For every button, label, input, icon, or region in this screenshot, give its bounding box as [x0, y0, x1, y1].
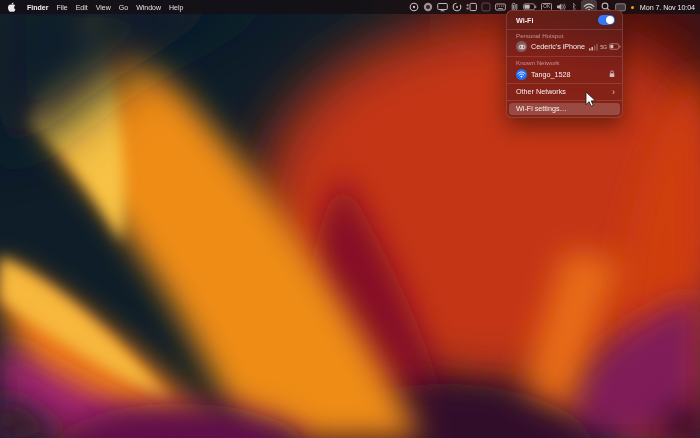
keyboard-icon[interactable]	[495, 0, 506, 14]
personal-hotspot-header: Personal Hotspot	[507, 32, 622, 41]
known-network-header: Known Network	[507, 59, 622, 68]
display-icon[interactable]	[437, 0, 448, 14]
wifi-network-icon	[516, 69, 527, 80]
stage-manager-icon[interactable]	[466, 0, 477, 14]
mic-indicator-dot	[631, 6, 634, 9]
menu-bar-clock[interactable]: Mon 7. Nov 10:04	[638, 3, 695, 12]
wifi-toggle-row: Wi-Fi	[507, 14, 622, 26]
separator	[507, 29, 622, 30]
known-network-name: Tango_1528	[531, 70, 571, 79]
menu-bar-menus: FileEditViewGoWindowHelp	[52, 4, 187, 11]
network-type-label: 5G	[600, 44, 607, 50]
menu-app-name[interactable]: Finder	[23, 4, 52, 11]
hotspot-status-icons: 5G	[589, 43, 621, 51]
dim-square-icon[interactable]	[481, 0, 491, 14]
menu-bar-item[interactable]: File	[52, 4, 71, 11]
separator	[507, 56, 622, 57]
menu-bar-item[interactable]: Go	[115, 4, 132, 11]
wifi-settings-row[interactable]: Wi-Fi settings…	[509, 103, 620, 115]
chevron-right-icon: ›	[612, 88, 615, 96]
wifi-settings-label: Wi-Fi settings…	[516, 104, 567, 113]
toggle-knob	[606, 16, 614, 24]
personal-hotspot-icon	[516, 41, 527, 52]
camera-dot-icon[interactable]	[409, 0, 419, 14]
separator	[507, 83, 622, 84]
sync-circle-icon[interactable]	[452, 0, 462, 14]
cellular-signal-icon	[589, 43, 598, 51]
app-ring-icon[interactable]	[423, 0, 433, 14]
apple-logo-icon[interactable]	[8, 2, 16, 12]
other-networks-row[interactable]: Other Networks ›	[507, 86, 622, 97]
menu-bar-item[interactable]: Help	[165, 4, 187, 11]
menu-bar-item[interactable]: Edit	[72, 4, 92, 11]
wifi-toggle-switch[interactable]	[598, 15, 615, 25]
wifi-menu-title: Wi-Fi	[516, 16, 534, 25]
menu-bar-item[interactable]: View	[92, 4, 115, 11]
menu-bar-left: Finder FileEditViewGoWindowHelp	[0, 2, 187, 12]
other-networks-label: Other Networks	[516, 87, 566, 96]
hotspot-battery-icon	[609, 43, 621, 50]
separator	[507, 100, 622, 101]
lock-icon	[609, 70, 615, 78]
menu-bar-item[interactable]: Window	[132, 4, 165, 11]
known-network-row[interactable]: Tango_1528	[507, 68, 622, 81]
hotspot-device-name: Cederic's iPhone	[531, 42, 585, 51]
wifi-dropdown-menu: Wi-Fi Personal Hotspot Cederic's iPhone …	[506, 10, 623, 118]
hotspot-device-row[interactable]: Cederic's iPhone 5G	[507, 40, 622, 53]
